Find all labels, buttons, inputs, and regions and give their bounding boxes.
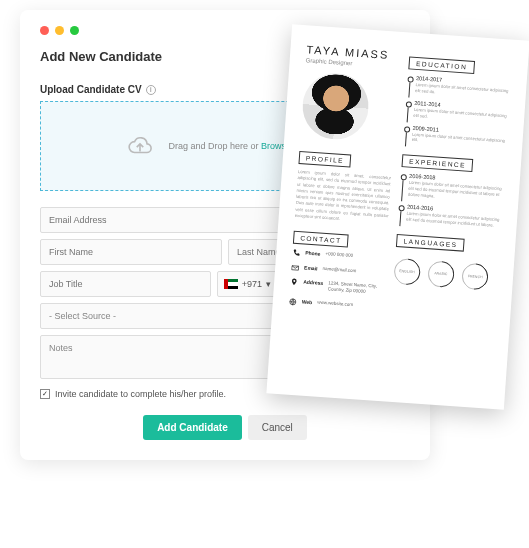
checkbox-icon: ✓ (40, 389, 50, 399)
cloud-upload-icon (124, 133, 156, 159)
country-code-select[interactable]: +971 ▾ (217, 271, 278, 297)
lang-circle: ENGLISH (389, 253, 426, 290)
job-title-field[interactable] (40, 271, 211, 297)
add-candidate-button[interactable]: Add Candidate (143, 415, 242, 440)
resume-preview: TAYA MIASS Graphic Designer PROFILE Lore… (266, 24, 529, 410)
phone-icon (292, 249, 301, 258)
cancel-button[interactable]: Cancel (248, 415, 307, 440)
first-name-field[interactable] (40, 239, 222, 265)
profile-heading: PROFILE (298, 151, 351, 168)
profile-text: Lorem ipsum dolor sit amet, consectetur … (295, 169, 392, 226)
maximize-icon[interactable] (70, 26, 79, 35)
contact-heading: CONTACT (293, 231, 349, 248)
info-icon[interactable]: i (146, 85, 156, 95)
email-icon (291, 264, 300, 273)
lang-circle: ARABIC (423, 255, 460, 292)
languages-heading: LANGUAGES (396, 234, 465, 252)
lang-circle: FRENCH (457, 258, 494, 295)
education-heading: EDUCATION (409, 56, 475, 74)
experience-heading: EXPERIENCE (402, 154, 474, 172)
uae-flag-icon (224, 279, 238, 289)
avatar (300, 71, 370, 141)
chevron-down-icon: ▾ (266, 279, 271, 289)
minimize-icon[interactable] (55, 26, 64, 35)
close-icon[interactable] (40, 26, 49, 35)
globe-icon (289, 298, 298, 307)
location-icon (290, 278, 299, 287)
